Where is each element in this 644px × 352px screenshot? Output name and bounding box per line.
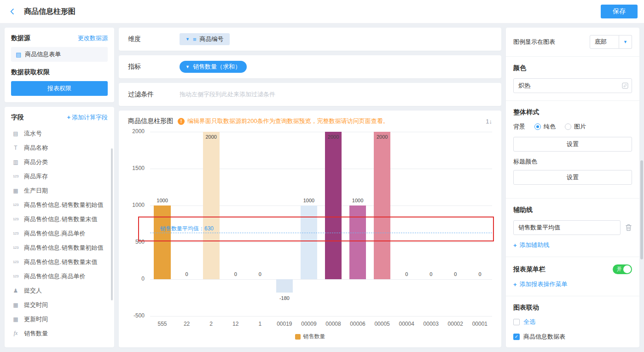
select-all-row[interactable]: 全选 bbox=[513, 318, 632, 326]
radio-image-label: 图片 bbox=[574, 123, 586, 131]
preview-notice-text: 编辑界面只取数据源前200条作为查询数据预览，完整数据请访问页面查看。 bbox=[187, 117, 389, 125]
gridline bbox=[150, 279, 492, 280]
field-label: 商品售价信息.销售数量初始值 bbox=[24, 201, 104, 209]
plot-area: 10000200000-18010002000100020000000销售数量平… bbox=[150, 132, 492, 316]
field-label: 生产日期 bbox=[24, 187, 48, 195]
color-theme-input[interactable] bbox=[513, 78, 632, 93]
edit-icon[interactable] bbox=[622, 82, 628, 90]
field-item[interactable]: 123商品售价信息.商品单价 bbox=[11, 269, 108, 283]
dimension-label: 维度 bbox=[128, 35, 180, 43]
legend-position-select[interactable]: 底部 ▼ bbox=[590, 35, 632, 49]
metric-chip-label: 销售数量（求和） bbox=[193, 63, 241, 71]
bar[interactable] bbox=[203, 132, 220, 279]
bar[interactable] bbox=[374, 132, 390, 279]
legend-label: 销售数量 bbox=[303, 333, 325, 340]
bar[interactable] bbox=[325, 132, 342, 279]
field-label: 商品售价信息.商品单价 bbox=[24, 229, 86, 238]
background-settings-button[interactable]: 设置 bbox=[513, 137, 632, 152]
report-menu-toggle[interactable]: 开 bbox=[613, 264, 632, 274]
main-layout: 数据源 更改数据源 ▤ 商品信息表单 数据获取权限 报表权限 字段 +添加计算字… bbox=[0, 23, 644, 352]
number-icon: 123 bbox=[11, 174, 20, 178]
report-permission-button[interactable]: 报表权限 bbox=[11, 81, 108, 96]
fields-scrollbar[interactable] bbox=[111, 148, 113, 300]
auxline-input[interactable] bbox=[513, 220, 621, 235]
bar-value-label: 0 bbox=[478, 271, 481, 277]
save-button[interactable]: 保存 bbox=[601, 5, 638, 18]
change-datasource-link[interactable]: 更改数据源 bbox=[78, 34, 108, 42]
filter-dropzone[interactable]: 拖动左侧字段到此处来添加过滤条件 bbox=[180, 90, 275, 99]
field-item[interactable]: ▦提交时间 bbox=[11, 298, 108, 312]
field-label: 商品售价信息.销售数量末值 bbox=[24, 258, 98, 266]
legend-position-value[interactable]: 底部 bbox=[590, 35, 619, 49]
caret-down-icon: ▼ bbox=[186, 65, 190, 69]
field-label: 商品库存 bbox=[24, 172, 48, 181]
permission-title: 数据获取权限 bbox=[11, 68, 108, 76]
field-item[interactable]: ▦生产日期 bbox=[11, 183, 108, 198]
linkage-item[interactable]: ✓商品信息数据表 bbox=[513, 333, 632, 341]
datasource-card: 数据源 更改数据源 ▤ 商品信息表单 数据获取权限 报表权限 bbox=[5, 28, 114, 102]
number-icon: 123 bbox=[11, 203, 20, 207]
dimension-chip[interactable]: ▼ ≡ 商品编号 bbox=[180, 33, 230, 45]
bar-chart: 2000150010005000-500 10000200000-1801000… bbox=[128, 132, 492, 316]
color-theme-field bbox=[513, 78, 632, 93]
datasource-item[interactable]: ▤ 商品信息表单 bbox=[11, 47, 108, 62]
legend-position-row: 图例显示在图表 底部 ▼ bbox=[513, 35, 632, 49]
x-axis-label: 00004 bbox=[395, 321, 419, 327]
radio-unselected-icon[interactable] bbox=[565, 123, 571, 130]
add-calculated-field-link[interactable]: +添加计算字段 bbox=[67, 113, 108, 122]
divider bbox=[506, 198, 639, 199]
checkbox-checked[interactable]: ✓ bbox=[513, 334, 520, 340]
sort-icon[interactable]: 1↓ bbox=[486, 118, 492, 125]
add-auxline-link[interactable]: +添加辅助线 bbox=[513, 241, 632, 249]
fields-card: 字段 +添加计算字段 ▤流水号T商品名称▥商品分类123商品库存▦生产日期123… bbox=[5, 107, 114, 347]
field-item[interactable]: 123商品售价信息.销售数量末值 bbox=[11, 212, 108, 226]
checkbox-unchecked[interactable] bbox=[513, 319, 520, 325]
field-item[interactable]: ▥商品分类 bbox=[11, 155, 108, 169]
page-title: 商品信息柱形图 bbox=[24, 7, 75, 17]
x-axis-label: 00006 bbox=[346, 321, 370, 327]
radio-selected-icon[interactable] bbox=[534, 123, 541, 130]
linkage-section-title: 图表联动 bbox=[513, 304, 632, 312]
add-auxline-label: 添加辅助线 bbox=[520, 241, 550, 249]
radio-solid-color[interactable]: 纯色 bbox=[534, 123, 556, 131]
field-item[interactable]: ♟提交人 bbox=[11, 283, 108, 298]
date-icon: ▦ bbox=[11, 188, 20, 194]
x-axis-label: 2 bbox=[199, 321, 223, 327]
trash-icon[interactable] bbox=[625, 224, 632, 231]
chart-legend[interactable]: 销售数量 bbox=[128, 333, 492, 340]
field-item[interactable]: 123商品售价信息.销售数量初始值 bbox=[11, 241, 108, 255]
number-icon: 123 bbox=[11, 246, 20, 250]
toggle-knob bbox=[623, 265, 631, 273]
back-button[interactable] bbox=[6, 6, 18, 18]
linkage-list: ✓商品信息数据表✓商品信息透视图 bbox=[513, 333, 632, 347]
field-item[interactable]: ▦更新时间 bbox=[11, 312, 108, 326]
report-menu-title: 报表菜单栏 bbox=[513, 265, 545, 274]
field-list: ▤流水号T商品名称▥商品分类123商品库存▦生产日期123商品售价信息.销售数量… bbox=[11, 126, 108, 340]
settings-panel: 图例显示在图表 底部 ▼ 颜色 整体样式 背景 纯色 图片 bbox=[506, 28, 639, 347]
field-item[interactable]: T商品名称 bbox=[11, 141, 108, 155]
chevron-left-icon bbox=[9, 8, 16, 15]
field-label: 流水号 bbox=[24, 129, 42, 138]
bar-value-label: 0 bbox=[186, 271, 188, 277]
caret-down-icon[interactable]: ▼ bbox=[619, 35, 632, 49]
field-label: 商品售价信息.商品单价 bbox=[24, 272, 86, 281]
fx-icon: fx bbox=[11, 330, 20, 337]
page-scrollbar[interactable] bbox=[640, 160, 643, 259]
metric-chip[interactable]: ▼ 销售数量（求和） bbox=[180, 61, 247, 73]
field-item[interactable]: ▤流水号 bbox=[11, 126, 108, 141]
chart-title: 商品信息柱形图 bbox=[128, 117, 173, 125]
title-color-settings-button[interactable]: 设置 bbox=[513, 170, 632, 185]
field-item[interactable]: 123商品库存 bbox=[11, 169, 108, 183]
radio-image[interactable]: 图片 bbox=[565, 123, 586, 131]
field-item[interactable]: 123商品售价信息.销售数量初始值 bbox=[11, 198, 108, 212]
y-axis-label: 1000 bbox=[132, 202, 145, 208]
bar-value-label: 2000 bbox=[328, 134, 339, 140]
add-report-menu-link[interactable]: +添加报表操作菜单 bbox=[513, 280, 632, 288]
field-item[interactable]: 123商品售价信息.销售数量末值 bbox=[11, 255, 108, 269]
bar[interactable] bbox=[276, 279, 293, 293]
color-section-title: 颜色 bbox=[513, 64, 632, 72]
datasource-title: 数据源 bbox=[11, 34, 30, 42]
bar-value-label: 1000 bbox=[157, 198, 168, 203]
field-item[interactable]: 123商品售价信息.商品单价 bbox=[11, 226, 108, 241]
field-item[interactable]: fx销售数量 bbox=[11, 326, 108, 340]
